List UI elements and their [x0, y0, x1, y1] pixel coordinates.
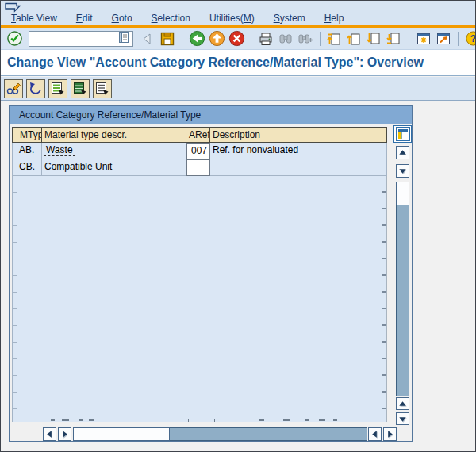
- scroll-page-up-button[interactable]: [396, 397, 409, 410]
- row-selector-strip: [12, 143, 17, 422]
- menu-item-help[interactable]: Help: [324, 13, 344, 24]
- toolbar-separator: [458, 32, 459, 46]
- row-selector-cell[interactable]: [12, 376, 17, 393]
- row-selector-cell[interactable]: [12, 209, 17, 226]
- scroll-page-right-button[interactable]: [383, 427, 397, 441]
- row-selector-cell[interactable]: [12, 326, 17, 343]
- column-header-description[interactable]: Description: [210, 127, 387, 143]
- page-down-icon[interactable]: [366, 30, 383, 48]
- row-selector-cell[interactable]: [12, 159, 17, 176]
- cell-description[interactable]: [210, 159, 387, 176]
- row-selector-cell[interactable]: [12, 243, 17, 259]
- cell-description[interactable]: Ref. for nonvaluated: [210, 143, 387, 159]
- clipped-row-artifact: [305, 419, 309, 421]
- cancel-icon[interactable]: [228, 30, 245, 48]
- selector-header-cell[interactable]: [12, 127, 17, 143]
- scroll-page-down-button[interactable]: [396, 412, 409, 425]
- standard-toolbar: ?: [1, 28, 475, 50]
- row-selector-cell[interactable]: [12, 176, 17, 193]
- table-empty-area: [17, 143, 387, 422]
- title-bar: Change View "Account Category Reference/…: [1, 50, 475, 76]
- scroll-left-button[interactable]: [43, 427, 56, 441]
- row-selector-cell[interactable]: [12, 393, 17, 409]
- column-header-aref[interactable]: ARef: [186, 127, 210, 143]
- help-icon[interactable]: ?: [464, 30, 476, 48]
- back-icon[interactable]: [188, 30, 205, 48]
- column-header-material-type-descr[interactable]: Material type descr.: [42, 127, 186, 143]
- command-field[interactable]: [29, 33, 118, 45]
- cell-text: Waste: [44, 144, 75, 155]
- exit-icon[interactable]: [208, 30, 225, 48]
- table-row: CB.Compatible Unit: [12, 159, 387, 176]
- hide-command-field-icon[interactable]: [139, 30, 156, 48]
- print-icon[interactable]: [257, 30, 274, 48]
- menu-item-goto[interactable]: Goto: [112, 13, 132, 24]
- menu-items: Table ViewEditGotoSelectionUtilities(M)S…: [11, 13, 344, 24]
- menu-bar: Table ViewEditGotoSelectionUtilities(M)S…: [1, 1, 475, 25]
- scroll-page-left-button[interactable]: [368, 427, 382, 441]
- application-toolbar: [1, 77, 475, 101]
- menu-item-utilities-m[interactable]: Utilities(M): [209, 13, 255, 24]
- deselect-all-button[interactable]: [93, 79, 112, 98]
- table-title: Account Category Reference/Material Type: [10, 106, 412, 124]
- clipped-row-artifact: [51, 419, 55, 421]
- page-title: Change View "Account Category Reference/…: [1, 56, 424, 70]
- row-selector-cell[interactable]: [12, 409, 17, 422]
- toolbar-separator: [409, 32, 409, 46]
- row-selector-cell[interactable]: [12, 143, 17, 159]
- find-icon[interactable]: [277, 30, 294, 48]
- vertical-scrollbar-thumb[interactable]: [396, 182, 409, 205]
- cell-aref-input[interactable]: [186, 159, 210, 176]
- row-selector-cell[interactable]: [12, 193, 17, 209]
- enter-check-button[interactable]: [6, 30, 23, 48]
- find-next-icon[interactable]: [297, 30, 314, 48]
- clipped-row-artifact: [283, 419, 290, 421]
- display-change-toggle-button[interactable]: [4, 79, 23, 98]
- sap-gui-window: Table ViewEditGotoSelectionUtilities(M)S…: [0, 0, 476, 452]
- scroll-up-button[interactable]: [396, 146, 409, 159]
- row-selector-cell[interactable]: [12, 309, 17, 326]
- clipped-row-artifact: [188, 419, 189, 422]
- row-selector-cell[interactable]: [12, 293, 17, 309]
- undo-button[interactable]: [26, 79, 45, 98]
- svg-text:?: ?: [470, 33, 476, 44]
- menu-item-table-view[interactable]: Table View: [11, 13, 57, 24]
- cell-aref-input[interactable]: 007: [186, 143, 210, 159]
- first-page-icon[interactable]: [326, 30, 344, 48]
- menu-item-system[interactable]: System: [274, 13, 305, 24]
- select-all-button[interactable]: [48, 79, 67, 98]
- clipped-row-artifact: [89, 419, 94, 421]
- row-selector-cell[interactable]: [12, 276, 17, 293]
- cell-material-type-descr[interactable]: Waste: [42, 143, 186, 159]
- create-shortcut-icon[interactable]: [435, 30, 452, 48]
- scroll-down-button[interactable]: [396, 164, 409, 178]
- row-selector-cell[interactable]: [12, 359, 17, 376]
- cell-mtyp[interactable]: CB.: [17, 159, 42, 176]
- new-session-icon[interactable]: [415, 30, 432, 48]
- table-header-row: MTyp Material type descr. ARef Descripti…: [12, 127, 387, 143]
- screen-body: Account Category Reference/Material Type…: [1, 102, 475, 451]
- clipped-row-artifact: [62, 419, 69, 421]
- row-selector-cell[interactable]: [12, 259, 17, 276]
- last-page-icon[interactable]: [386, 30, 403, 48]
- cell-mtyp[interactable]: AB.: [17, 143, 42, 159]
- clipped-row-artifact: [319, 419, 325, 421]
- clipped-row-artifact: [79, 419, 83, 421]
- horizontal-scrollbar-thumb[interactable]: [73, 427, 170, 441]
- toolbar-separator: [182, 32, 182, 46]
- row-selector-cell[interactable]: [12, 343, 17, 359]
- sap-control-menu-icon[interactable]: [4, 2, 21, 13]
- save-icon[interactable]: [159, 30, 176, 48]
- cell-text: Compatible Unit: [44, 161, 112, 172]
- menu-item-selection[interactable]: Selection: [152, 13, 190, 24]
- menu-item-edit[interactable]: Edit: [76, 13, 93, 24]
- table-settings-icon[interactable]: [393, 125, 412, 143]
- page-up-icon[interactable]: [346, 30, 363, 48]
- select-block-button[interactable]: [71, 79, 90, 98]
- scroll-right-button[interactable]: [58, 427, 71, 441]
- command-list-icon[interactable]: [118, 31, 129, 47]
- row-selector-cell[interactable]: [12, 226, 17, 243]
- vertical-scrollbar-track[interactable]: [396, 182, 409, 396]
- cell-material-type-descr[interactable]: Compatible Unit: [42, 159, 186, 176]
- column-header-mtyp[interactable]: MTyp: [17, 127, 42, 143]
